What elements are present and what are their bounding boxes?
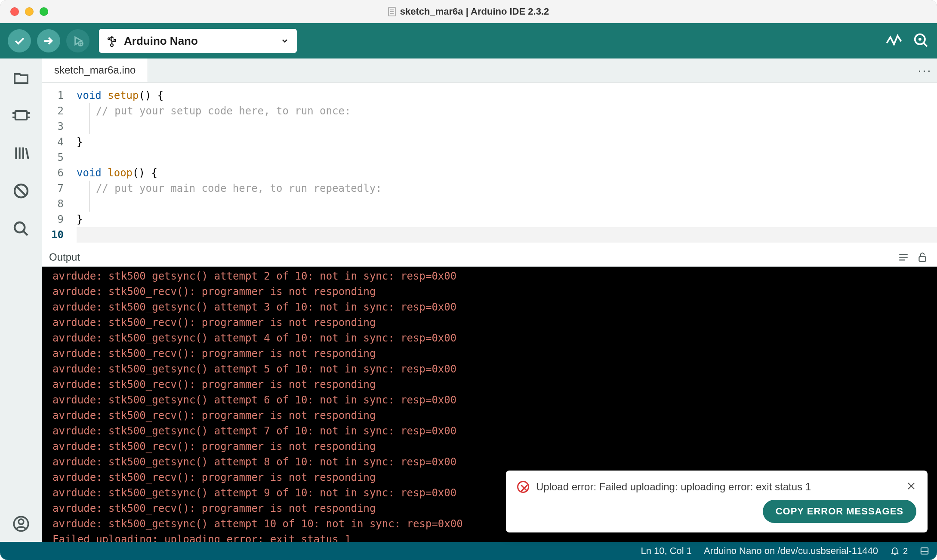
toolbar: Arduino Nano <box>0 23 937 58</box>
svg-point-25 <box>15 222 25 232</box>
error-message: Upload error: Failed uploading: uploadin… <box>536 481 811 493</box>
copy-error-button-label: COPY ERROR MESSAGES <box>776 506 903 517</box>
console-line: avrdude: stk500_getsync() attempt 2 of 1… <box>52 268 927 284</box>
svg-line-24 <box>17 187 25 195</box>
search-button[interactable] <box>12 219 31 238</box>
line-number: 7 <box>42 181 64 196</box>
notification-count: 2 <box>903 546 908 556</box>
code-line[interactable]: void loop() { <box>77 165 937 181</box>
line-number: 2 <box>42 103 64 119</box>
line-number: 1 <box>42 88 64 103</box>
line-number: 6 <box>42 165 64 181</box>
output-lock-button[interactable] <box>915 249 930 265</box>
code-line[interactable]: // put your setup code here, to run once… <box>77 103 937 119</box>
activity-bar <box>0 58 42 542</box>
notification-close-button[interactable] <box>906 481 916 493</box>
editor-tab[interactable]: sketch_mar6a.ino <box>42 58 148 82</box>
window-titlebar: sketch_mar6a | Arduino IDE 2.3.2 <box>0 0 937 23</box>
code-line[interactable]: } <box>77 134 937 150</box>
status-cursor-position[interactable]: Ln 10, Col 1 <box>641 545 692 557</box>
error-notification: Upload error: Failed uploading: uploadin… <box>506 471 928 532</box>
editor-tab-row: sketch_mar6a.ino ··· <box>42 58 937 83</box>
line-number: 3 <box>42 119 64 134</box>
library-manager-button[interactable] <box>12 144 31 163</box>
line-number: 4 <box>42 134 64 150</box>
window-title: sketch_mar6a | Arduino IDE 2.3.2 <box>0 6 937 17</box>
maximize-window-button[interactable] <box>40 7 48 16</box>
close-window-button[interactable] <box>10 7 19 16</box>
line-number: 9 <box>42 212 64 227</box>
console-line: Failed uploading: uploading error: exit … <box>52 532 927 542</box>
code-line[interactable]: void setup() { <box>77 88 937 103</box>
code-line[interactable] <box>77 119 937 134</box>
document-icon <box>388 7 396 16</box>
code-line[interactable] <box>77 227 937 243</box>
svg-line-22 <box>26 148 28 159</box>
console-line: avrdude: stk500_recv(): programmer is no… <box>52 439 927 454</box>
status-close-panel-button[interactable] <box>920 546 929 556</box>
svg-point-8 <box>108 38 110 40</box>
panel-icon <box>920 546 929 556</box>
board-selector-label: Arduino Nano <box>124 34 274 48</box>
console-line: avrdude: stk500_getsync() attempt 6 of 1… <box>52 392 927 408</box>
main-area: sketch_mar6a.ino ··· 12345678910 void se… <box>0 58 937 542</box>
console-line: avrdude: stk500_getsync() attempt 4 of 1… <box>52 330 927 346</box>
code-editor[interactable]: 12345678910 void setup() { // put your s… <box>42 83 937 248</box>
console-line: avrdude: stk500_getsync() attempt 7 of 1… <box>52 423 927 439</box>
status-board-port[interactable]: Arduino Nano on /dev/cu.usbserial-11440 <box>704 545 878 557</box>
svg-rect-10 <box>114 40 116 41</box>
error-icon <box>517 481 529 493</box>
chevron-down-icon <box>280 37 289 45</box>
svg-point-5 <box>111 44 113 46</box>
console-line: avrdude: stk500_recv(): programmer is no… <box>52 408 927 423</box>
editor-column: sketch_mar6a.ino ··· 12345678910 void se… <box>42 58 937 542</box>
code-line[interactable] <box>77 150 937 165</box>
upload-button[interactable] <box>37 29 60 52</box>
editor-tab-label: sketch_mar6a.ino <box>54 64 136 76</box>
console-line: avrdude: stk500_recv(): programmer is no… <box>52 315 927 330</box>
svg-point-28 <box>18 519 24 524</box>
console-line: avrdude: stk500_getsync() attempt 5 of 1… <box>52 361 927 377</box>
boards-manager-button[interactable] <box>12 106 31 125</box>
window-title-text: sketch_mar6a | Arduino IDE 2.3.2 <box>400 6 549 17</box>
editor-gutter: 12345678910 <box>42 83 70 248</box>
console-line: avrdude: stk500_getsync() attempt 3 of 1… <box>52 299 927 315</box>
minimize-window-button[interactable] <box>25 7 34 16</box>
line-number: 10 <box>42 227 64 243</box>
output-wrap-button[interactable] <box>896 249 911 265</box>
debug-button[interactable] <box>66 29 89 52</box>
line-number: 8 <box>42 196 64 212</box>
editor-tab-more-button[interactable]: ··· <box>913 58 937 82</box>
console-line: avrdude: stk500_recv(): programmer is no… <box>52 346 927 361</box>
serial-monitor-button[interactable] <box>912 31 929 50</box>
code-line[interactable]: // put your main code here, to run repea… <box>77 181 937 196</box>
svg-line-26 <box>23 231 28 235</box>
serial-plotter-button[interactable] <box>885 31 903 50</box>
output-panel-header: Output <box>42 248 937 267</box>
bell-icon <box>890 546 900 556</box>
debug-panel-button[interactable] <box>12 182 31 200</box>
line-number: 5 <box>42 150 64 165</box>
status-bar: Ln 10, Col 1 Arduino Nano on /dev/cu.usb… <box>0 542 937 560</box>
svg-line-13 <box>924 43 927 46</box>
status-notifications[interactable]: 2 <box>890 546 908 556</box>
console-line: avrdude: stk500_getsync() attempt 8 of 1… <box>52 454 927 470</box>
svg-rect-14 <box>15 111 27 120</box>
usb-icon <box>107 35 117 47</box>
code-line[interactable] <box>77 196 937 212</box>
console-line: avrdude: stk500_recv(): programmer is no… <box>52 284 927 299</box>
editor-code-area[interactable]: void setup() { // put your setup code he… <box>70 83 937 248</box>
svg-rect-36 <box>921 548 928 554</box>
svg-point-12 <box>919 38 922 41</box>
account-button[interactable] <box>12 514 31 533</box>
output-panel-title: Output <box>49 251 80 263</box>
code-line[interactable]: } <box>77 212 937 227</box>
copy-error-messages-button[interactable]: COPY ERROR MESSAGES <box>763 500 916 523</box>
verify-button[interactable] <box>8 29 31 52</box>
board-selector[interactable]: Arduino Nano <box>99 29 297 53</box>
console-line: avrdude: stk500_recv(): programmer is no… <box>52 377 927 392</box>
svg-rect-32 <box>919 257 925 262</box>
sketchbook-button[interactable] <box>12 68 31 87</box>
window-controls <box>10 7 48 16</box>
